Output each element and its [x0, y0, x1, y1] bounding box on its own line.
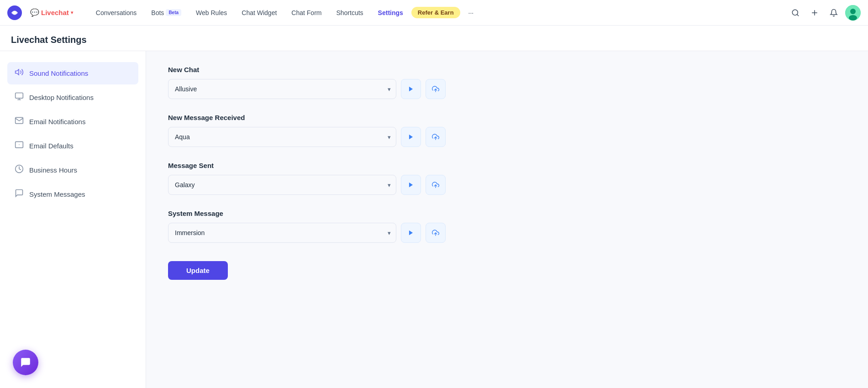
- sound-icon: [15, 68, 24, 79]
- svg-line-3: [797, 14, 798, 16]
- play-icon: [408, 86, 414, 92]
- bell-icon: [830, 9, 838, 17]
- svg-rect-10: [16, 93, 23, 99]
- nav-bots[interactable]: Bots Beta: [145, 6, 188, 19]
- new-message-label: New Message Received: [168, 114, 846, 121]
- upload-icon: [432, 133, 439, 141]
- message-sent-controls: Allusive Aqua Galaxy Immersion None ▾: [168, 175, 846, 195]
- section-new-message: New Message Received Allusive Aqua Galax…: [168, 114, 846, 147]
- svg-point-8: [849, 15, 857, 21]
- beta-badge: Beta: [166, 9, 181, 16]
- system-message-select[interactable]: Allusive Aqua Galaxy Immersion None: [168, 223, 396, 243]
- upload-icon: [432, 85, 439, 93]
- svg-point-1: [13, 11, 16, 14]
- new-chat-controls: Allusive Aqua Galaxy Immersion None ▾: [168, 79, 846, 99]
- sidebar-label-business-hours: Business Hours: [29, 166, 77, 174]
- email-icon: [15, 116, 24, 127]
- new-chat-label: New Chat: [168, 66, 846, 73]
- chat-icon: [15, 189, 24, 200]
- play-icon: [408, 182, 414, 188]
- message-sent-select[interactable]: Allusive Aqua Galaxy Immersion None: [168, 175, 396, 195]
- update-button[interactable]: Update: [168, 261, 228, 280]
- logo[interactable]: [7, 5, 22, 20]
- new-chat-select-wrapper: Allusive Aqua Galaxy Immersion None ▾: [168, 79, 396, 99]
- nav-more[interactable]: ···: [462, 6, 480, 19]
- sidebar-label-desktop: Desktop Notifications: [29, 94, 94, 101]
- topnav-icons: [788, 5, 861, 21]
- nav-settings[interactable]: Settings: [372, 6, 410, 19]
- sidebar-item-system-messages[interactable]: System Messages: [7, 183, 138, 205]
- refer-earn-button[interactable]: Refer & Earn: [411, 7, 460, 18]
- chat-fab-icon: [20, 357, 32, 368]
- message-sent-label: Message Sent: [168, 162, 846, 169]
- search-button[interactable]: [788, 5, 803, 21]
- mail-icon: [15, 140, 24, 152]
- page-body: Sound Notifications Desktop Notification…: [0, 51, 868, 388]
- svg-marker-17: [409, 135, 413, 140]
- play-icon: [408, 230, 414, 236]
- sidebar: Sound Notifications Desktop Notification…: [0, 51, 146, 388]
- user-avatar[interactable]: [845, 5, 861, 21]
- svg-point-7: [850, 9, 856, 14]
- play-new-message-button[interactable]: [401, 127, 421, 147]
- system-message-controls: Allusive Aqua Galaxy Immersion None ▾: [168, 223, 846, 243]
- upload-icon: [432, 181, 439, 189]
- section-system-message: System Message Allusive Aqua Galaxy Imme…: [168, 210, 846, 243]
- page-header: Livechat Settings: [0, 26, 868, 51]
- desktop-icon: [15, 92, 24, 103]
- system-message-select-wrapper: Allusive Aqua Galaxy Immersion None ▾: [168, 223, 396, 243]
- svg-marker-15: [409, 87, 413, 92]
- sidebar-label-system-messages: System Messages: [29, 190, 85, 198]
- sidebar-item-sound-notifications[interactable]: Sound Notifications: [7, 62, 138, 84]
- nav-chat-form[interactable]: Chat Form: [285, 6, 328, 19]
- play-icon: [408, 134, 414, 140]
- add-button[interactable]: [807, 5, 822, 21]
- play-message-sent-button[interactable]: [401, 175, 421, 195]
- clock-icon: [15, 164, 24, 176]
- sidebar-item-email-defaults[interactable]: Email Defaults: [7, 135, 138, 157]
- svg-marker-9: [16, 69, 19, 75]
- notifications-button[interactable]: [826, 5, 842, 21]
- nav-web-rules[interactable]: Web Rules: [189, 6, 233, 19]
- avatar-image: [845, 5, 861, 21]
- sidebar-label-email-defaults: Email Defaults: [29, 142, 74, 150]
- upload-icon: [432, 229, 439, 236]
- plus-icon: [810, 9, 819, 17]
- svg-marker-21: [409, 231, 413, 236]
- page: Livechat Settings Sound Notifications De…: [0, 26, 868, 388]
- chat-fab-button[interactable]: [13, 350, 38, 375]
- new-message-controls: Allusive Aqua Galaxy Immersion None ▾: [168, 127, 846, 147]
- nav-shortcuts[interactable]: Shortcuts: [330, 6, 369, 19]
- nav-conversations[interactable]: Conversations: [89, 6, 143, 19]
- system-message-label: System Message: [168, 210, 846, 217]
- new-chat-select[interactable]: Allusive Aqua Galaxy Immersion None: [168, 79, 396, 99]
- play-new-chat-button[interactable]: [401, 79, 421, 99]
- brand-label: Livechat: [41, 9, 69, 16]
- upload-system-message-button[interactable]: [426, 223, 446, 243]
- section-message-sent: Message Sent Allusive Aqua Galaxy Immers…: [168, 162, 846, 195]
- upload-new-chat-button[interactable]: [426, 79, 446, 99]
- sidebar-item-email-notifications[interactable]: Email Notifications: [7, 110, 138, 133]
- section-new-chat: New Chat Allusive Aqua Galaxy Immersion …: [168, 66, 846, 99]
- svg-marker-19: [409, 183, 413, 188]
- brand-menu[interactable]: 💬 Livechat ▾: [26, 6, 77, 19]
- new-message-select-wrapper: Allusive Aqua Galaxy Immersion None ▾: [168, 127, 396, 147]
- message-sent-select-wrapper: Allusive Aqua Galaxy Immersion None ▾: [168, 175, 396, 195]
- topnav: 💬 Livechat ▾ Conversations Bots Beta Web…: [0, 0, 868, 26]
- sidebar-label-email-notifs: Email Notifications: [29, 118, 85, 126]
- sidebar-label-sound: Sound Notifications: [29, 69, 88, 77]
- sidebar-item-business-hours[interactable]: Business Hours: [7, 159, 138, 181]
- upload-message-sent-button[interactable]: [426, 175, 446, 195]
- new-message-select[interactable]: Allusive Aqua Galaxy Immersion None: [168, 127, 396, 147]
- upload-new-message-button[interactable]: [426, 127, 446, 147]
- search-icon: [791, 9, 800, 17]
- main-content: New Chat Allusive Aqua Galaxy Immersion …: [146, 51, 868, 388]
- nav-chat-widget[interactable]: Chat Widget: [235, 6, 283, 19]
- page-title: Livechat Settings: [11, 35, 857, 45]
- sidebar-item-desktop-notifications[interactable]: Desktop Notifications: [7, 86, 138, 109]
- play-system-message-button[interactable]: [401, 223, 421, 243]
